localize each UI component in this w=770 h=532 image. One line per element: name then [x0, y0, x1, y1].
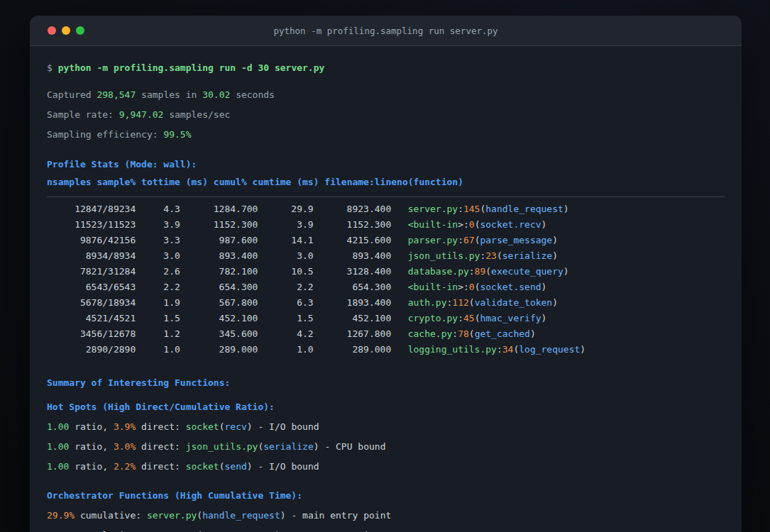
- terminal-output: $ python -m profiling.sampling run -d 30…: [30, 46, 742, 532]
- code-location: server.py:145(handle_request): [408, 201, 569, 217]
- table-row: 8934/89343.0893.4003.0893.400json_utils.…: [47, 248, 725, 264]
- code-location: parser.py:67(parse_message): [408, 233, 558, 248]
- table-row: 9876/421563.3987.60014.14215.600parser.p…: [47, 233, 725, 248]
- code-location: cache.py:78(get_cached): [408, 326, 536, 342]
- table-row: 3456/126781.2345.6004.21267.800cache.py:…: [47, 326, 725, 342]
- hotspots-heading: Hot Spots (High Direct/Cumulative Ratio)…: [47, 397, 725, 417]
- hotspot-line: 1.00 ratio, 2.2% direct: socket(send) - …: [47, 457, 725, 477]
- profile-stats-heading: Profile Stats (Mode: wall):: [47, 155, 725, 174]
- code-location: json_utils.py:23(serialize): [408, 248, 558, 264]
- code-location: <built-in>:0(socket.recv): [408, 217, 547, 233]
- orchestrator-heading: Orchestrator Functions (High Cumulative …: [47, 486, 725, 506]
- table-row: 11523/115233.91152.3003.91152.300<built-…: [47, 217, 725, 233]
- table-divider: [47, 196, 725, 197]
- terminal-window: python -m profiling.sampling run server.…: [30, 16, 742, 532]
- code-location: <built-in>:0(socket.send): [408, 279, 547, 295]
- command-line: $ python -m profiling.sampling run -d 30…: [47, 58, 725, 78]
- summary-heading: Summary of Interesting Functions:: [47, 373, 725, 393]
- table-row: 5678/189341.9567.8006.31893.400auth.py:1…: [47, 295, 725, 311]
- table-row: 6543/65432.2654.3002.2654.300<built-in>:…: [47, 279, 725, 295]
- hotspot-line: 1.00 ratio, 3.0% direct: json_utils.py(s…: [47, 437, 725, 457]
- code-location: database.py:89(execute_query): [408, 264, 569, 279]
- table-row: 12847/892344.31284.70029.98923.400server…: [47, 201, 725, 217]
- hotspot-line: 1.00 ratio, 3.9% direct: socket(recv) - …: [47, 417, 725, 437]
- window-title: python -m profiling.sampling run server.…: [30, 26, 742, 36]
- code-location: auth.py:112(validate_token): [408, 295, 558, 311]
- orchestrator-line: 14.1% cumulative: parser.py(parse_messag…: [47, 526, 725, 532]
- code-location: crypto.py:45(hmac_verify): [408, 311, 547, 326]
- code-location: logging_utils.py:34(log_request): [408, 342, 585, 358]
- table-row: 4521/45211.5452.1001.5452.100crypto.py:4…: [47, 311, 725, 326]
- sample-rate-line: Sample rate: 9,947.02 samples/sec: [47, 105, 725, 125]
- table-row: 7821/312842.6782.10010.53128.400database…: [47, 264, 725, 279]
- table-row: 2890/28901.0289.0001.0289.000logging_uti…: [47, 342, 725, 358]
- orchestrator-line: 29.9% cumulative: server.py(handle_reque…: [47, 506, 725, 526]
- profile-table: 12847/892344.31284.70029.98923.400server…: [47, 201, 725, 358]
- titlebar: python -m profiling.sampling run server.…: [30, 16, 742, 46]
- captured-line: Captured 298,547 samples in 30.02 second…: [47, 85, 725, 105]
- table-header: nsamples sample% tottime (ms) cumul% cum…: [47, 174, 725, 190]
- efficiency-line: Sampling efficiency: 99.5%: [47, 125, 725, 145]
